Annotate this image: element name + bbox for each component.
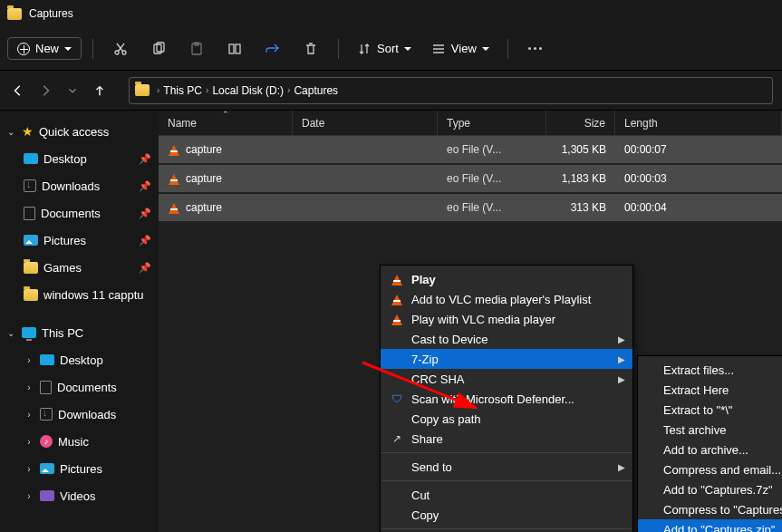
sidebar-item[interactable]: Games📌 bbox=[0, 254, 159, 281]
forward-button[interactable] bbox=[36, 82, 54, 100]
col-length[interactable]: Length bbox=[615, 111, 782, 135]
folder-icon bbox=[24, 289, 38, 301]
ctx-cast[interactable]: Cast to Device▶ bbox=[381, 329, 632, 349]
ctx-copy-path[interactable]: Copy as path bbox=[381, 409, 632, 429]
share-icon: ↗ bbox=[390, 432, 404, 445]
chevron-down-icon bbox=[482, 47, 489, 51]
ctx-extract-here[interactable]: Extract Here bbox=[638, 380, 782, 400]
breadcrumb: This PC› bbox=[163, 84, 208, 97]
ctx-share[interactable]: ↗Share bbox=[381, 429, 632, 449]
copy-button[interactable] bbox=[142, 36, 175, 62]
ctx-extract-to[interactable]: Extract to "*\" bbox=[638, 400, 782, 420]
breadcrumb: Local Disk (D:)› bbox=[212, 84, 290, 97]
folder-icon bbox=[135, 84, 150, 96]
ctx-play-vlc[interactable]: Play with VLC media player bbox=[381, 309, 632, 329]
ctx-cut[interactable]: Cut bbox=[381, 485, 632, 505]
pin-icon: 📌 bbox=[139, 180, 151, 192]
ctx-add-archive[interactable]: Add to archive... bbox=[638, 440, 782, 459]
sidebar-item[interactable]: Pictures📌 bbox=[0, 227, 159, 254]
video-icon bbox=[40, 490, 54, 501]
ctx-7zip[interactable]: 7-Zip▶ bbox=[381, 349, 632, 369]
back-button[interactable] bbox=[9, 82, 27, 100]
address-bar[interactable]: › This PC› Local Disk (D:)› Captures bbox=[129, 77, 773, 104]
vlc-icon bbox=[391, 313, 403, 325]
svg-point-1 bbox=[122, 51, 126, 54]
ctx-crc[interactable]: CRC SHA▶ bbox=[381, 369, 632, 389]
rename-button[interactable] bbox=[218, 36, 251, 62]
ctx-extract-files[interactable]: Extract files... bbox=[638, 360, 782, 380]
delete-button[interactable] bbox=[294, 36, 327, 62]
col-name[interactable]: ⌃Name bbox=[159, 111, 293, 135]
more-button[interactable] bbox=[519, 47, 551, 50]
col-type[interactable]: Type bbox=[438, 111, 546, 135]
vlc-icon bbox=[391, 273, 403, 285]
ctx-add-zip[interactable]: Add to "Captures.zip" bbox=[638, 519, 782, 532]
star-icon: ★ bbox=[22, 124, 34, 139]
sort-label: Sort bbox=[377, 42, 399, 55]
pic-icon bbox=[24, 235, 38, 246]
doc-icon bbox=[24, 207, 35, 220]
svg-point-0 bbox=[115, 51, 119, 54]
folder-icon bbox=[7, 8, 22, 20]
dl-icon bbox=[24, 179, 36, 192]
toolbar: New Sort View bbox=[0, 27, 782, 71]
svg-rect-7 bbox=[236, 44, 240, 53]
table-row[interactable]: captureeo File (V...1,305 KB00:00:07 bbox=[159, 136, 782, 163]
vlc-icon bbox=[168, 143, 180, 156]
cut-button[interactable] bbox=[104, 36, 137, 62]
col-size[interactable]: Size bbox=[546, 111, 615, 135]
sidebar-item[interactable]: ›Videos bbox=[0, 482, 159, 509]
chevron-down-icon bbox=[404, 47, 411, 51]
separator bbox=[338, 39, 339, 59]
view-icon bbox=[431, 42, 446, 56]
sidebar-item[interactable]: ›♪Music bbox=[0, 428, 159, 455]
pin-icon: 📌 bbox=[139, 262, 151, 274]
recent-button[interactable] bbox=[63, 82, 82, 100]
nav-row: › This PC› Local Disk (D:)› Captures bbox=[0, 71, 782, 111]
up-button[interactable] bbox=[91, 82, 109, 100]
pic-icon bbox=[40, 463, 54, 474]
col-date[interactable]: Date bbox=[293, 111, 438, 135]
sidebar-item[interactable]: Documents📌 bbox=[0, 199, 159, 227]
ctx-defender[interactable]: 🛡Scan with Microsoft Defender... bbox=[381, 389, 632, 409]
desktop-icon bbox=[24, 153, 38, 164]
music-icon: ♪ bbox=[40, 435, 53, 448]
view-label: View bbox=[451, 42, 477, 55]
sidebar-item[interactable]: ›Downloads bbox=[0, 401, 159, 428]
table-row[interactable]: captureeo File (V...313 KB00:00:04 bbox=[159, 194, 782, 221]
sidebar: ⌄★ Quick access Desktop📌Downloads📌Docume… bbox=[0, 111, 159, 532]
shield-icon: 🛡 bbox=[390, 392, 404, 405]
chevron-down-icon bbox=[64, 47, 72, 51]
pc-icon bbox=[22, 327, 36, 338]
ctx-play[interactable]: Play bbox=[381, 269, 632, 289]
pin-icon: 📌 bbox=[139, 235, 151, 247]
ctx-add-vlc-playlist[interactable]: Add to VLC media player's Playlist bbox=[381, 289, 632, 309]
window-title: Captures bbox=[29, 7, 73, 20]
sidebar-this-pc[interactable]: ⌄ This PC bbox=[0, 319, 159, 346]
sort-icon bbox=[357, 42, 372, 56]
ctx-compress-7z-email[interactable]: Compress to "Captures.7z" and email bbox=[638, 499, 782, 519]
desktop-icon bbox=[40, 354, 54, 365]
sidebar-item[interactable]: Desktop📌 bbox=[0, 145, 159, 172]
sidebar-item[interactable]: ›Pictures bbox=[0, 455, 159, 482]
folder-icon bbox=[24, 262, 38, 274]
ctx-add-7z[interactable]: Add to "Captures.7z" bbox=[638, 479, 782, 499]
new-label: New bbox=[35, 42, 59, 55]
view-button[interactable]: View bbox=[424, 36, 497, 62]
sidebar-item[interactable]: Downloads📌 bbox=[0, 172, 159, 199]
separator bbox=[92, 39, 93, 59]
sidebar-quick-access[interactable]: ⌄★ Quick access bbox=[0, 118, 159, 145]
file-list: ⌃Name Date Type Size Length captureeo Fi… bbox=[159, 111, 782, 532]
ctx-copy[interactable]: Copy bbox=[381, 505, 632, 525]
sidebar-item[interactable]: windows 11 capptu bbox=[0, 281, 159, 308]
new-button[interactable]: New bbox=[7, 37, 82, 60]
table-row[interactable]: captureeo File (V...1,183 KB00:00:03 bbox=[159, 165, 782, 192]
ctx-sendto[interactable]: Send to▶ bbox=[381, 457, 632, 477]
sidebar-item[interactable]: ›Documents bbox=[0, 373, 159, 401]
sort-button[interactable]: Sort bbox=[350, 36, 419, 62]
share-button[interactable] bbox=[256, 36, 289, 62]
ctx-test-archive[interactable]: Test archive bbox=[638, 420, 782, 440]
sidebar-item[interactable]: ›Desktop bbox=[0, 346, 159, 373]
paste-button[interactable] bbox=[180, 36, 213, 62]
ctx-compress-email[interactable]: Compress and email... bbox=[638, 459, 782, 479]
